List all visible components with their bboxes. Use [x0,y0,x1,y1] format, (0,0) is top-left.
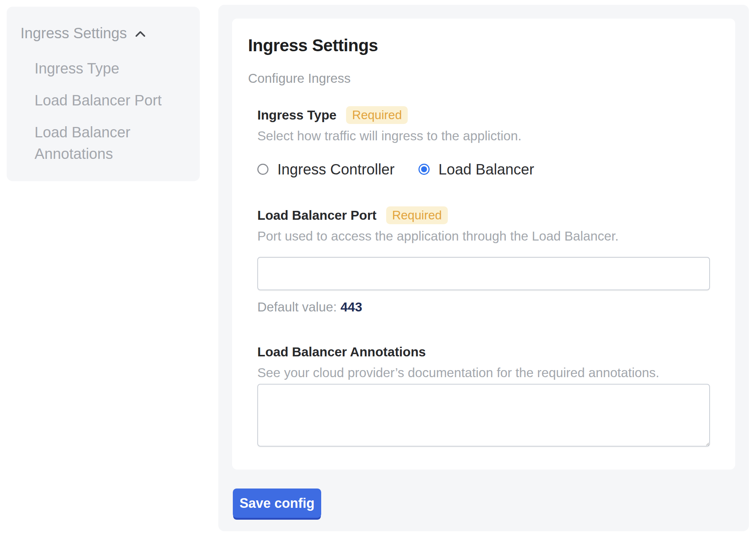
lb-port-title-row: Load Balancer Port Required [257,206,709,224]
sidebar-item-ingress-settings[interactable]: Ingress Settings [20,24,189,42]
radio-option-ingress-controller[interactable]: Ingress Controller [257,160,395,178]
chevron-up-icon[interactable] [135,31,146,37]
radio-option-load-balancer[interactable]: Load Balancer [418,160,534,178]
load-balancer-annotations-textarea[interactable] [257,384,710,447]
main-panel: Ingress Settings Configure Ingress Ingre… [218,5,749,531]
radio-checked-icon[interactable] [418,164,430,175]
lb-annotations-title-row: Load Balancer Annotations [257,343,709,361]
sidebar-item-load-balancer-port[interactable]: Load Balancer Port [35,89,187,111]
lb-port-title: Load Balancer Port [257,206,377,224]
page-subtitle: Configure Ingress [248,71,709,86]
load-balancer-port-input[interactable] [257,257,710,290]
sidebar-root-label: Ingress Settings [20,24,127,42]
lb-annotations-description: See your cloud provider’s documentation … [257,365,709,381]
radio-unchecked-icon[interactable] [257,164,268,175]
section-ingress-type: Ingress Type Required Select how traffic… [257,106,709,178]
lb-port-description: Port used to access the application thro… [257,228,709,244]
required-badge: Required [346,106,408,124]
lb-annotations-title: Load Balancer Annotations [257,343,426,361]
ingress-type-description: Select how traffic will ingress to the a… [257,128,709,144]
sidebar-sub-items: Ingress Type Load Balancer Port Load Bal… [35,58,187,164]
section-load-balancer-port: Load Balancer Port Required Port used to… [257,206,709,315]
ingress-type-radio-group: Ingress Controller Load Balancer [257,160,709,178]
settings-nav-sidebar: Ingress Settings Ingress Type Load Balan… [7,7,200,181]
page: { "colors": { "accent_blue": "#3e6ce2", … [0,0,756,539]
default-value-number: 443 [340,300,362,314]
save-config-button[interactable]: Save config [233,489,321,518]
radio-label-ingress-controller: Ingress Controller [277,160,395,178]
section-load-balancer-annotations: Load Balancer Annotations See your cloud… [257,343,709,447]
default-value-label: Default value: [257,300,337,314]
sidebar-item-load-balancer-annotations[interactable]: Load Balancer Annotations [35,121,187,164]
radio-label-load-balancer: Load Balancer [439,160,534,178]
ingress-type-title-row: Ingress Type Required [257,106,709,124]
ingress-settings-card: Ingress Settings Configure Ingress Ingre… [232,19,735,470]
sidebar-item-ingress-type[interactable]: Ingress Type [35,58,187,79]
ingress-type-title: Ingress Type [257,106,336,124]
lb-port-default-row: Default value:443 [257,299,709,315]
required-badge: Required [386,206,448,224]
page-title: Ingress Settings [248,35,709,56]
